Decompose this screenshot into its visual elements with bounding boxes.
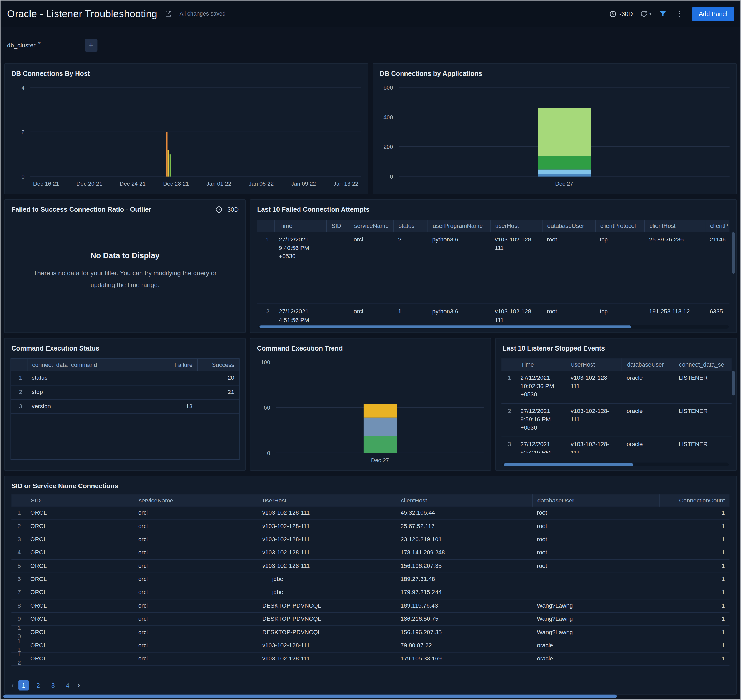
- x-tick-label: Jan 01 22: [206, 180, 231, 190]
- table-cell: 1: [659, 535, 730, 544]
- table-row[interactable]: 227/12/2021 4:51:56 PM +0530orcl1python3…: [257, 304, 729, 322]
- page-button-2[interactable]: 2: [33, 680, 44, 691]
- prev-page-icon[interactable]: ‹: [11, 681, 14, 690]
- column-header[interactable]: databaseUser: [622, 359, 674, 371]
- column-header[interactable]: Time: [274, 220, 326, 232]
- kebab-menu-icon[interactable]: ⋮: [674, 9, 685, 18]
- column-header[interactable]: SID: [25, 494, 134, 507]
- scrollbar-thumb[interactable]: [732, 232, 735, 274]
- table-row[interactable]: 2stop21: [11, 385, 239, 400]
- dashboard-content: DB Connections By Host 024 Dec 16 21Dec …: [0, 63, 741, 695]
- table-cell: 27/12/2021 9:54:16 PM +0530: [516, 440, 566, 453]
- table-row[interactable]: 9ORCLorclDESKTOP-PDVNCQL186.216.50.75Wan…: [11, 613, 730, 626]
- table-cell: 2: [393, 236, 427, 244]
- x-tick-label: Jan 09 22: [291, 180, 316, 190]
- column-header[interactable]: Failure: [156, 359, 197, 371]
- column-header[interactable]: clientHost: [644, 220, 705, 232]
- table-cell: ORCL: [25, 549, 134, 557]
- table-cell: root: [532, 522, 659, 530]
- table-cell: 25.67.52.117: [396, 522, 532, 530]
- column-header[interactable]: SID: [326, 220, 349, 232]
- column-header[interactable]: connect_data_se: [674, 359, 732, 371]
- add-panel-button[interactable]: Add Panel: [692, 6, 734, 21]
- column-header[interactable]: Success: [197, 359, 239, 371]
- time-range-label: -30D: [619, 10, 633, 18]
- x-tick-label: Jan 13 22: [333, 180, 359, 190]
- column-header[interactable]: userHost: [566, 359, 622, 371]
- time-range-control[interactable]: -30D: [610, 10, 633, 18]
- data-spike: [169, 154, 171, 177]
- scrollbar-thumb[interactable]: [504, 463, 633, 466]
- column-header[interactable]: clientHost: [396, 494, 532, 507]
- table-cell: 1: [659, 509, 730, 517]
- y-tick-label: 50: [264, 404, 270, 411]
- vertical-scrollbar[interactable]: [732, 232, 735, 321]
- table-row[interactable]: 227/12/2021 9:59:16 PM +0530v103-102-128…: [501, 404, 732, 437]
- horizontal-scrollbar[interactable]: [503, 463, 729, 466]
- table-row[interactable]: 1ORCLorclv103-102-128-11145.32.106.44roo…: [11, 507, 730, 520]
- share-icon[interactable]: [165, 10, 172, 18]
- table-row[interactable]: 3ORCLorclv103-102-128-11123.120.219.101r…: [11, 533, 730, 547]
- column-header[interactable]: serviceName: [134, 494, 257, 507]
- table-row[interactable]: 327/12/2021 9:54:16 PM +0530v103-102-128…: [501, 437, 732, 453]
- page-button-3[interactable]: 3: [48, 680, 59, 691]
- stacked-bar[interactable]: [538, 88, 591, 177]
- table-row[interactable]: 127/12/2021 9:40:56 PM +0530orcl2python3…: [257, 232, 729, 304]
- table-cell: 13: [156, 402, 197, 410]
- page-button-1[interactable]: 1: [18, 680, 29, 691]
- table-row[interactable]: 7ORCLorcl___jdbc___179.97.215.2441: [11, 586, 730, 599]
- column-header[interactable]: Time: [516, 359, 566, 371]
- table-row[interactable]: 11ORCLorclv103-102-128-11179.80.87.22ora…: [11, 639, 730, 652]
- table-cell: 21146: [705, 236, 729, 244]
- table-row[interactable]: 5ORCLorclv103-102-128-111156.196.207.35r…: [11, 560, 730, 573]
- table-row[interactable]: 3version13: [11, 400, 239, 414]
- column-header[interactable]: databaseUser: [532, 494, 659, 507]
- panel-title: DB Connections by Applications: [373, 64, 736, 79]
- panel-time-range[interactable]: -30D: [215, 206, 238, 213]
- table-row[interactable]: 1status20: [11, 371, 239, 385]
- filter-input[interactable]: [42, 41, 68, 49]
- column-header[interactable]: status: [393, 220, 427, 232]
- column-header[interactable]: databaseUser: [542, 220, 595, 232]
- y-tick-label: 0: [21, 173, 25, 180]
- table-body: 1ORCLorclv103-102-128-11145.32.106.44roo…: [11, 507, 730, 666]
- column-header[interactable]: clientP: [705, 220, 729, 232]
- x-tick-label: Dec 27: [555, 180, 573, 190]
- table-row[interactable]: 6ORCLorcl___jdbc___189.27.31.481: [11, 573, 730, 586]
- column-header[interactable]: userProgramName: [428, 220, 490, 232]
- top-header: Oracle - Listener Troubleshooting All ch…: [0, 0, 741, 27]
- table-cell: v103-102-128-111: [490, 236, 542, 252]
- refresh-control[interactable]: ▾: [640, 10, 651, 18]
- table-row[interactable]: 4ORCLorclv103-102-128-111178.141.209.248…: [11, 547, 730, 560]
- vertical-scrollbar[interactable]: [732, 371, 735, 459]
- table-row[interactable]: 10ORCLorclDESKTOP-PDVNCQL156.196.207.35W…: [11, 626, 730, 639]
- table-row[interactable]: 8ORCLorclDESKTOP-PDVNCQL189.115.76.43Wan…: [11, 599, 730, 613]
- next-page-icon[interactable]: ›: [77, 681, 80, 690]
- add-filter-button[interactable]: +: [85, 39, 97, 51]
- filter-icon[interactable]: [659, 10, 667, 18]
- horizontal-scrollbar[interactable]: [258, 325, 729, 328]
- column-header[interactable]: userHost: [257, 494, 396, 507]
- table-cell: LISTENER: [674, 374, 732, 382]
- stacked-bar[interactable]: [363, 362, 397, 453]
- scrollbar-thumb[interactable]: [732, 371, 735, 395]
- table-cell: 27/12/2021 9:59:16 PM +0530: [516, 407, 566, 432]
- table-body: 1status202stop213version13: [11, 371, 239, 414]
- dashboard-window: Oracle - Listener Troubleshooting All ch…: [0, 0, 741, 700]
- column-header[interactable]: serviceName: [349, 220, 393, 232]
- column-header[interactable]: clientProtocol: [595, 220, 644, 232]
- table-row[interactable]: 127/12/2021 10:02:36 PM +0530v103-102-12…: [501, 371, 732, 404]
- column-header[interactable]: userHost: [490, 220, 542, 232]
- column-header[interactable]: connect_data_command: [27, 359, 155, 371]
- table-row[interactable]: 2ORCLorclv103-102-128-11125.67.52.117roo…: [11, 520, 730, 533]
- page-horizontal-scrollbar[interactable]: [3, 695, 617, 698]
- row-index: 2: [11, 522, 25, 530]
- scrollbar-thumb[interactable]: [259, 325, 631, 328]
- page-button-4[interactable]: 4: [62, 680, 73, 691]
- table-row[interactable]: 12ORCLorclv103-102-128-111179.105.33.169…: [11, 653, 730, 666]
- column-header[interactable]: ConnectionCount: [659, 494, 730, 507]
- table-body: 127/12/2021 10:02:36 PM +0530v103-102-12…: [501, 371, 732, 453]
- y-tick-label: 100: [261, 359, 270, 366]
- table-cell: 1: [659, 641, 730, 650]
- table-cell: 178.141.209.248: [396, 549, 532, 557]
